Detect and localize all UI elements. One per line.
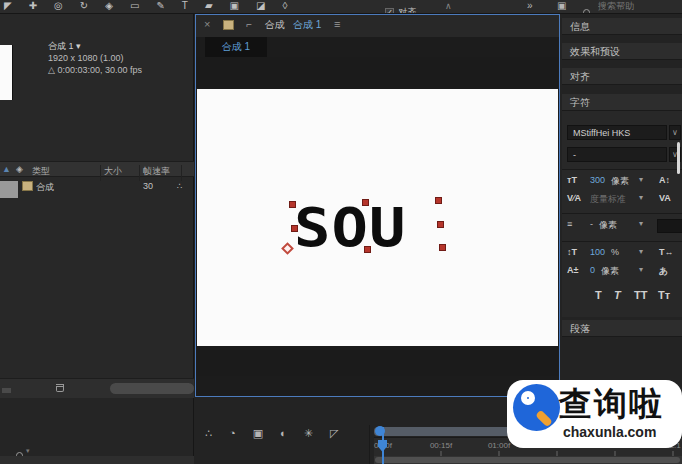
kerning-value[interactable]: 度量标准 [590,193,626,206]
close-panel-icon[interactable]: × [204,19,210,30]
selection-handle-mid-left[interactable] [291,225,298,232]
selection-tool-icon[interactable]: ◤ [4,1,12,11]
clone-stamp-tool-icon[interactable]: ▣ [230,1,239,11]
leading-icon[interactable]: A↕ [659,175,670,185]
project-table-row[interactable]: 合成 30 ∴ [0,178,194,195]
selection-handle-bottom-right[interactable] [439,244,446,251]
timeline-scrollbar-thumb[interactable] [375,457,680,463]
font-style-select[interactable]: - [567,147,667,162]
ruler-label: 01:00f [488,441,510,450]
frame-blending-icon[interactable]: ▣ [253,428,263,439]
text-layer[interactable]: SOU [294,201,407,255]
faux-bold-button[interactable]: T [595,289,602,301]
timeline-divider [369,425,370,464]
watermark-badge: 查询啦 chaxunla.com [507,380,682,448]
panel-menu-icon[interactable]: ≡ [334,19,340,30]
vertical-scale-dropdown-icon[interactable]: ▾ [639,247,643,256]
zoom-tool-icon[interactable]: ◎ [54,1,63,11]
graph-editor-icon[interactable]: ◸ [330,428,338,439]
timeline-toggle-icons: ∴ ◔ ▣ ◐ ✳ ◸ [205,428,338,439]
timeline-horizontal-scrollbar[interactable] [374,456,682,464]
panel-header-paragraph[interactable]: 段落 [562,320,682,337]
panel-header-effects-presets[interactable]: 效果和预设 [562,43,682,60]
workspace-search-input[interactable] [598,1,658,11]
hand-tool-icon[interactable]: ✚ [29,1,37,11]
comp-tab[interactable]: 合成 1 [205,37,267,57]
workspace-panel-icon[interactable]: ▣ [557,1,566,11]
dropdown-icon[interactable]: ▾ [76,41,81,51]
top-toolbar: ◤ ✚ ◎ ↻ ◈ ▭ ✎ T ▰ ▣ ◪ ◊ ✓ 对齐 ∧ » ▣ [0,0,682,14]
active-comp-label[interactable]: 合成 1 [293,19,321,30]
row-color-label[interactable] [0,181,18,198]
pen-tool-icon[interactable]: ✎ [156,1,164,11]
eraser-tool-icon[interactable]: ◪ [256,1,265,11]
small-caps-button[interactable]: Tᴛ [658,289,670,301]
footer-partial-icon[interactable] [2,388,11,393]
lock-icon[interactable]: ⌐ [246,20,252,30]
horizontal-scrollbar-thumb[interactable] [110,383,194,394]
type-tool-icon[interactable]: T [182,1,188,11]
tsume-icon[interactable]: あ [659,265,668,278]
brush-tool-icon[interactable]: ▰ [205,1,213,11]
collapse-toolbar-icon[interactable]: ∧ [445,2,452,11]
motion-blur-icon[interactable]: ◐ [280,428,287,439]
mask-shape-tool-icon[interactable]: ▭ [130,1,139,11]
panel-header-character[interactable]: 字符 [562,94,682,111]
panel-header-align[interactable]: 对齐 [562,68,682,85]
toolbar-overflow-icon[interactable]: » [527,1,533,11]
selection-handle-bottom-center[interactable] [364,246,371,253]
font-size-value[interactable]: 300 [590,175,605,185]
selection-handle-top-left[interactable] [289,201,296,208]
watermark-logo-icon [513,384,560,431]
comp-thumbnail[interactable] [0,45,13,100]
right-scrollbar-thumb[interactable] [677,142,680,174]
column-framerate[interactable]: 帧速率 [143,165,170,178]
tracking-value[interactable]: - [590,219,593,229]
baseline-shift-dropdown-icon[interactable]: ▾ [639,265,643,274]
comp-flowchart-icon[interactable]: ∴ [177,182,183,191]
watermark-name: 查询啦 [559,382,679,427]
baseline-shift-unit: 像素 [601,265,619,278]
tracking-dropdown-icon[interactable]: ▾ [639,219,643,228]
character-panel-body: MStiffHei HKS ∨ - ∨ тT 300 像素 ▾ A↕ V∕A 度… [562,111,682,317]
font-family-select[interactable]: MStiffHei HKS [567,125,667,140]
tracking-input[interactable] [657,219,682,233]
panel-header-info[interactable]: 信息 [562,18,682,35]
orbit-tool-icon[interactable]: ↻ [80,1,88,11]
font-size-icon: тT [567,175,577,185]
pan-behind-tool-icon[interactable]: ◈ [105,1,113,11]
selection-handle-mid-right[interactable] [437,221,444,228]
row-type-cell[interactable]: 合成 [36,181,54,194]
snap-checkbox[interactable]: ✓ 对齐 [385,1,416,14]
project-comp-name[interactable]: 合成 1 ▾ [48,40,81,53]
magnifier-ring-icon [521,391,535,405]
row-framerate-cell[interactable]: 30 [143,181,153,191]
font-family-chevron-icon[interactable]: ∨ [669,125,681,140]
kerning-dropdown-icon[interactable]: ▾ [639,193,643,202]
sort-icon[interactable]: ▲ [2,165,11,174]
trash-icon[interactable] [56,384,64,392]
tracking-va-icon[interactable]: VA [659,193,671,203]
all-caps-button[interactable]: TT [634,289,647,301]
selection-handle-top-right[interactable] [435,197,442,204]
font-size-dropdown-icon[interactable]: ▾ [639,175,643,184]
horizontal-scale-icon[interactable]: T↔ [659,247,674,257]
tag-column-icon[interactable]: ◈ [16,165,23,174]
composition-canvas[interactable]: SOU [197,89,558,346]
baseline-shift-value[interactable]: 0 [590,265,595,275]
anchor-point[interactable] [281,242,294,255]
brainstorm-icon[interactable]: ✳ [304,428,313,439]
selection-handle-top-center[interactable] [362,199,369,206]
project-table-header: ▲ ◈ 类型 大小 帧速率 [0,161,194,177]
shy-layers-icon[interactable]: ◔ [229,428,236,439]
vertical-scale-unit: % [611,247,619,257]
vertical-scale-value[interactable]: 100 [590,247,605,257]
comp-mini-flowchart-icon[interactable]: ∴ [205,428,212,439]
column-size[interactable]: 大小 [104,165,122,178]
faux-italic-button[interactable]: T [614,289,621,301]
font-size-row: тT 300 像素 ▾ A↕ [567,175,682,190]
search-dropdown-icon[interactable]: ▾ [26,447,30,454]
column-type[interactable]: 类型 [32,165,50,178]
project-panel: 合成 1 ▾ 1920 x 1080 (1.00) △ 0:00:03:00, … [0,14,194,398]
puppet-tool-icon[interactable]: ◊ [282,1,287,11]
